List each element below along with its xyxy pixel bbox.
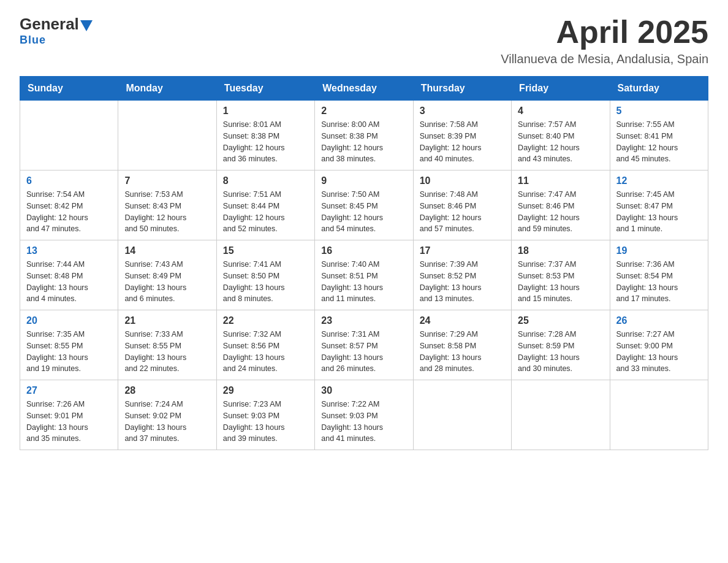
calendar-cell: 4Sunrise: 7:57 AM Sunset: 8:40 PM Daylig…: [512, 101, 610, 170]
day-info: Sunrise: 7:51 AM Sunset: 8:44 PM Dayligh…: [223, 189, 308, 235]
logo-blue-text: Blue: [20, 34, 46, 47]
weekday-header-thursday: Thursday: [413, 77, 511, 101]
calendar-cell: 12Sunrise: 7:45 AM Sunset: 8:47 PM Dayli…: [610, 170, 708, 240]
day-number: 12: [616, 175, 702, 186]
day-number: 5: [616, 105, 702, 117]
day-number: 20: [26, 315, 112, 326]
day-number: 19: [616, 245, 702, 256]
day-number: 25: [518, 315, 603, 326]
calendar-cell: 10Sunrise: 7:48 AM Sunset: 8:46 PM Dayli…: [413, 170, 511, 240]
day-number: 23: [321, 315, 406, 326]
calendar-cell: 18Sunrise: 7:37 AM Sunset: 8:53 PM Dayli…: [512, 240, 610, 310]
calendar-cell: 19Sunrise: 7:36 AM Sunset: 8:54 PM Dayli…: [610, 240, 708, 310]
calendar-cell: 9Sunrise: 7:50 AM Sunset: 8:45 PM Daylig…: [315, 170, 413, 240]
day-number: 26: [616, 315, 702, 326]
calendar-cell: 17Sunrise: 7:39 AM Sunset: 8:52 PM Dayli…: [413, 240, 511, 310]
day-info: Sunrise: 7:32 AM Sunset: 8:56 PM Dayligh…: [223, 329, 308, 375]
day-number: 22: [223, 315, 308, 326]
day-number: 3: [420, 105, 505, 117]
day-number: 13: [26, 245, 112, 256]
calendar-cell: 20Sunrise: 7:35 AM Sunset: 8:55 PM Dayli…: [20, 310, 118, 380]
calendar-cell: 29Sunrise: 7:23 AM Sunset: 9:03 PM Dayli…: [216, 380, 314, 450]
day-number: 8: [223, 175, 308, 186]
day-number: 17: [420, 245, 505, 256]
day-number: 11: [518, 175, 603, 186]
weekday-header-sunday: Sunday: [20, 77, 118, 101]
day-number: 4: [518, 105, 603, 117]
day-info: Sunrise: 7:54 AM Sunset: 8:42 PM Dayligh…: [26, 189, 112, 235]
calendar-cell: 1Sunrise: 8:01 AM Sunset: 8:38 PM Daylig…: [216, 101, 314, 170]
calendar-week-row: 6Sunrise: 7:54 AM Sunset: 8:42 PM Daylig…: [20, 170, 708, 240]
day-number: 28: [124, 385, 210, 396]
day-info: Sunrise: 7:37 AM Sunset: 8:53 PM Dayligh…: [518, 259, 603, 305]
calendar-cell: [610, 380, 708, 450]
day-number: 27: [26, 385, 112, 396]
calendar-week-row: 1Sunrise: 8:01 AM Sunset: 8:38 PM Daylig…: [20, 101, 708, 170]
day-info: Sunrise: 7:22 AM Sunset: 9:03 PM Dayligh…: [321, 399, 406, 445]
day-info: Sunrise: 7:28 AM Sunset: 8:59 PM Dayligh…: [518, 329, 603, 375]
calendar-cell: [413, 380, 511, 450]
day-info: Sunrise: 7:57 AM Sunset: 8:40 PM Dayligh…: [518, 119, 603, 165]
day-info: Sunrise: 7:53 AM Sunset: 8:43 PM Dayligh…: [124, 189, 210, 235]
calendar-week-row: 20Sunrise: 7:35 AM Sunset: 8:55 PM Dayli…: [20, 310, 708, 380]
day-number: 15: [223, 245, 308, 256]
day-info: Sunrise: 7:55 AM Sunset: 8:41 PM Dayligh…: [616, 119, 702, 165]
day-number: 24: [420, 315, 505, 326]
day-number: 6: [26, 175, 112, 186]
day-info: Sunrise: 7:44 AM Sunset: 8:48 PM Dayligh…: [26, 259, 112, 305]
calendar-cell: 11Sunrise: 7:47 AM Sunset: 8:46 PM Dayli…: [512, 170, 610, 240]
calendar-cell: 23Sunrise: 7:31 AM Sunset: 8:57 PM Dayli…: [315, 310, 413, 380]
logo: General Blue: [20, 15, 93, 47]
calendar-location: Villanueva de Mesia, Andalusia, Spain: [501, 52, 708, 66]
calendar-cell: 27Sunrise: 7:26 AM Sunset: 9:01 PM Dayli…: [20, 380, 118, 450]
weekday-header-wednesday: Wednesday: [315, 77, 413, 101]
day-number: 7: [124, 175, 210, 186]
calendar-cell: 3Sunrise: 7:58 AM Sunset: 8:39 PM Daylig…: [413, 101, 511, 170]
calendar-cell: 25Sunrise: 7:28 AM Sunset: 8:59 PM Dayli…: [512, 310, 610, 380]
calendar-cell: 24Sunrise: 7:29 AM Sunset: 8:58 PM Dayli…: [413, 310, 511, 380]
calendar-cell: 21Sunrise: 7:33 AM Sunset: 8:55 PM Dayli…: [118, 310, 216, 380]
day-info: Sunrise: 7:24 AM Sunset: 9:02 PM Dayligh…: [124, 399, 210, 445]
day-info: Sunrise: 7:48 AM Sunset: 8:46 PM Dayligh…: [420, 189, 505, 235]
day-number: 18: [518, 245, 603, 256]
day-number: 2: [321, 105, 406, 117]
day-info: Sunrise: 7:40 AM Sunset: 8:51 PM Dayligh…: [321, 259, 406, 305]
day-info: Sunrise: 7:29 AM Sunset: 8:58 PM Dayligh…: [420, 329, 505, 375]
weekday-header-tuesday: Tuesday: [216, 77, 314, 101]
day-info: Sunrise: 7:43 AM Sunset: 8:49 PM Dayligh…: [124, 259, 210, 305]
page-header: General Blue April 2025 Villanueva de Me…: [20, 15, 708, 66]
day-info: Sunrise: 7:58 AM Sunset: 8:39 PM Dayligh…: [420, 119, 505, 165]
calendar-cell: 6Sunrise: 7:54 AM Sunset: 8:42 PM Daylig…: [20, 170, 118, 240]
calendar-cell: 14Sunrise: 7:43 AM Sunset: 8:49 PM Dayli…: [118, 240, 216, 310]
day-number: 9: [321, 175, 406, 186]
day-number: 21: [124, 315, 210, 326]
calendar-cell: 8Sunrise: 7:51 AM Sunset: 8:44 PM Daylig…: [216, 170, 314, 240]
day-number: 30: [321, 385, 406, 396]
logo-triangle-icon: [80, 20, 93, 31]
calendar-cell: 22Sunrise: 7:32 AM Sunset: 8:56 PM Dayli…: [216, 310, 314, 380]
day-number: 16: [321, 245, 406, 256]
day-info: Sunrise: 7:47 AM Sunset: 8:46 PM Dayligh…: [518, 189, 603, 235]
calendar-cell: 30Sunrise: 7:22 AM Sunset: 9:03 PM Dayli…: [315, 380, 413, 450]
calendar-cell: 16Sunrise: 7:40 AM Sunset: 8:51 PM Dayli…: [315, 240, 413, 310]
calendar-cell: 13Sunrise: 7:44 AM Sunset: 8:48 PM Dayli…: [20, 240, 118, 310]
calendar-header: SundayMondayTuesdayWednesdayThursdayFrid…: [20, 77, 708, 101]
calendar-title: April 2025: [501, 15, 708, 50]
calendar-cell: 26Sunrise: 7:27 AM Sunset: 9:00 PM Dayli…: [610, 310, 708, 380]
calendar-cell: 15Sunrise: 7:41 AM Sunset: 8:50 PM Dayli…: [216, 240, 314, 310]
calendar-cell: [118, 101, 216, 170]
calendar-cell: 7Sunrise: 7:53 AM Sunset: 8:43 PM Daylig…: [118, 170, 216, 240]
calendar-cell: [512, 380, 610, 450]
title-block: April 2025 Villanueva de Mesia, Andalusi…: [501, 15, 708, 66]
weekday-header-saturday: Saturday: [610, 77, 708, 101]
day-info: Sunrise: 7:31 AM Sunset: 8:57 PM Dayligh…: [321, 329, 406, 375]
day-info: Sunrise: 7:33 AM Sunset: 8:55 PM Dayligh…: [124, 329, 210, 375]
day-number: 29: [223, 385, 308, 396]
calendar-cell: 2Sunrise: 8:00 AM Sunset: 8:38 PM Daylig…: [315, 101, 413, 170]
calendar-cell: 28Sunrise: 7:24 AM Sunset: 9:02 PM Dayli…: [118, 380, 216, 450]
day-info: Sunrise: 7:50 AM Sunset: 8:45 PM Dayligh…: [321, 189, 406, 235]
day-info: Sunrise: 7:41 AM Sunset: 8:50 PM Dayligh…: [223, 259, 308, 305]
day-info: Sunrise: 7:26 AM Sunset: 9:01 PM Dayligh…: [26, 399, 112, 445]
day-info: Sunrise: 7:39 AM Sunset: 8:52 PM Dayligh…: [420, 259, 505, 305]
day-info: Sunrise: 7:27 AM Sunset: 9:00 PM Dayligh…: [616, 329, 702, 375]
